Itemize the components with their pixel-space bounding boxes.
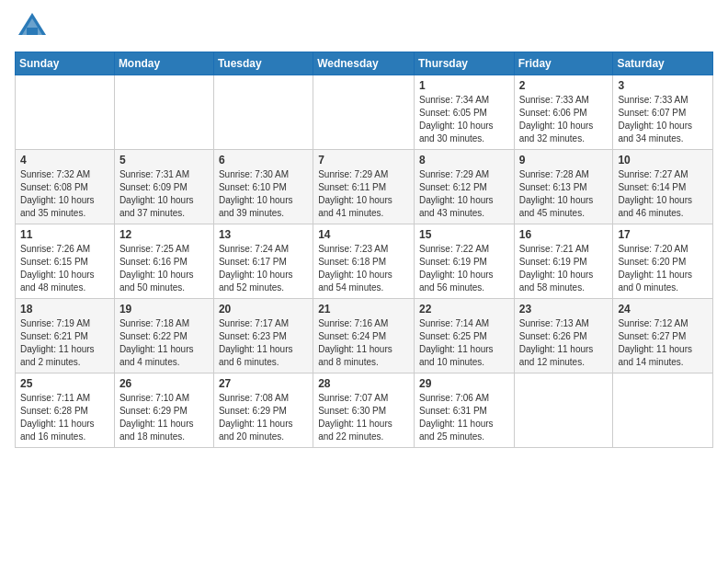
day-number: 23 <box>519 303 609 316</box>
day-info: Sunrise: 7:34 AM Sunset: 6:05 PM Dayligh… <box>419 94 509 145</box>
day-cell: 26Sunrise: 7:10 AM Sunset: 6:29 PM Dayli… <box>114 373 213 448</box>
day-cell: 23Sunrise: 7:13 AM Sunset: 6:26 PM Dayli… <box>514 299 613 373</box>
day-cell: 18Sunrise: 7:19 AM Sunset: 6:21 PM Dayli… <box>16 299 115 373</box>
day-info: Sunrise: 7:16 AM Sunset: 6:24 PM Dayligh… <box>318 317 409 369</box>
day-number: 3 <box>618 79 708 92</box>
day-info: Sunrise: 7:22 AM Sunset: 6:19 PM Dayligh… <box>419 243 509 294</box>
day-info: Sunrise: 7:29 AM Sunset: 6:12 PM Dayligh… <box>419 168 509 220</box>
day-cell: 22Sunrise: 7:14 AM Sunset: 6:25 PM Dayli… <box>414 299 514 373</box>
day-number: 27 <box>219 377 308 390</box>
day-cell: 20Sunrise: 7:17 AM Sunset: 6:23 PM Dayli… <box>213 299 313 373</box>
day-cell: 21Sunrise: 7:16 AM Sunset: 6:24 PM Dayli… <box>313 299 415 373</box>
day-info: Sunrise: 7:33 AM Sunset: 6:07 PM Dayligh… <box>618 94 708 145</box>
day-info: Sunrise: 7:12 AM Sunset: 6:27 PM Dayligh… <box>618 317 708 369</box>
day-info: Sunrise: 7:30 AM Sunset: 6:10 PM Dayligh… <box>219 168 308 220</box>
day-header-sunday: Sunday <box>16 52 115 75</box>
day-number: 8 <box>419 154 509 167</box>
day-info: Sunrise: 7:11 AM Sunset: 6:28 PM Dayligh… <box>20 392 109 443</box>
day-cell <box>16 75 115 150</box>
day-cell: 8Sunrise: 7:29 AM Sunset: 6:12 PM Daylig… <box>414 150 514 224</box>
day-cell: 13Sunrise: 7:24 AM Sunset: 6:17 PM Dayli… <box>213 224 313 299</box>
day-number: 29 <box>419 377 509 390</box>
day-cell: 2Sunrise: 7:33 AM Sunset: 6:06 PM Daylig… <box>514 75 613 150</box>
day-cell: 7Sunrise: 7:29 AM Sunset: 6:11 PM Daylig… <box>313 150 415 224</box>
day-number: 4 <box>20 154 109 167</box>
day-cell: 16Sunrise: 7:21 AM Sunset: 6:19 PM Dayli… <box>514 224 613 299</box>
day-cell <box>114 75 213 150</box>
day-info: Sunrise: 7:23 AM Sunset: 6:18 PM Dayligh… <box>318 243 409 294</box>
day-info: Sunrise: 7:26 AM Sunset: 6:15 PM Dayligh… <box>20 243 109 294</box>
day-cell: 25Sunrise: 7:11 AM Sunset: 6:28 PM Dayli… <box>16 373 115 448</box>
day-number: 17 <box>618 228 708 241</box>
day-info: Sunrise: 7:20 AM Sunset: 6:20 PM Dayligh… <box>618 243 708 294</box>
calendar-header-row: SundayMondayTuesdayWednesdayThursdayFrid… <box>16 52 713 75</box>
day-number: 14 <box>318 228 409 241</box>
day-cell: 17Sunrise: 7:20 AM Sunset: 6:20 PM Dayli… <box>613 224 713 299</box>
week-row-5: 25Sunrise: 7:11 AM Sunset: 6:28 PM Dayli… <box>16 373 713 448</box>
day-number: 11 <box>20 228 109 241</box>
day-info: Sunrise: 7:08 AM Sunset: 6:29 PM Dayligh… <box>219 392 308 443</box>
day-number: 13 <box>219 228 308 241</box>
day-info: Sunrise: 7:24 AM Sunset: 6:17 PM Dayligh… <box>219 243 308 294</box>
day-info: Sunrise: 7:14 AM Sunset: 6:25 PM Dayligh… <box>419 317 509 369</box>
day-number: 26 <box>119 377 209 390</box>
svg-rect-2 <box>27 28 38 35</box>
day-cell: 4Sunrise: 7:32 AM Sunset: 6:08 PM Daylig… <box>16 150 115 224</box>
day-number: 24 <box>618 303 708 316</box>
day-header-wednesday: Wednesday <box>313 52 415 75</box>
day-cell <box>613 373 713 448</box>
day-info: Sunrise: 7:17 AM Sunset: 6:23 PM Dayligh… <box>219 317 308 369</box>
day-header-saturday: Saturday <box>613 52 713 75</box>
day-cell: 14Sunrise: 7:23 AM Sunset: 6:18 PM Dayli… <box>313 224 415 299</box>
day-info: Sunrise: 7:25 AM Sunset: 6:16 PM Dayligh… <box>119 243 209 294</box>
week-row-1: 1Sunrise: 7:34 AM Sunset: 6:05 PM Daylig… <box>16 75 713 150</box>
day-cell: 28Sunrise: 7:07 AM Sunset: 6:30 PM Dayli… <box>313 373 415 448</box>
day-number: 12 <box>119 228 209 241</box>
day-number: 6 <box>219 154 308 167</box>
day-info: Sunrise: 7:21 AM Sunset: 6:19 PM Dayligh… <box>519 243 609 294</box>
page: SundayMondayTuesdayWednesdayThursdayFrid… <box>0 0 728 563</box>
day-header-monday: Monday <box>114 52 213 75</box>
day-number: 5 <box>119 154 209 167</box>
day-cell: 19Sunrise: 7:18 AM Sunset: 6:22 PM Dayli… <box>114 299 213 373</box>
day-info: Sunrise: 7:07 AM Sunset: 6:30 PM Dayligh… <box>318 392 409 443</box>
day-info: Sunrise: 7:29 AM Sunset: 6:11 PM Dayligh… <box>318 168 409 220</box>
day-cell: 24Sunrise: 7:12 AM Sunset: 6:27 PM Dayli… <box>613 299 713 373</box>
day-number: 25 <box>20 377 109 390</box>
day-cell <box>313 75 415 150</box>
calendar-table: SundayMondayTuesdayWednesdayThursdayFrid… <box>15 52 713 448</box>
day-info: Sunrise: 7:28 AM Sunset: 6:13 PM Dayligh… <box>519 168 609 220</box>
day-number: 7 <box>318 154 409 167</box>
day-cell: 29Sunrise: 7:06 AM Sunset: 6:31 PM Dayli… <box>414 373 514 448</box>
day-number: 16 <box>519 228 609 241</box>
day-cell <box>213 75 313 150</box>
day-number: 21 <box>318 303 409 316</box>
day-number: 22 <box>419 303 509 316</box>
day-info: Sunrise: 7:19 AM Sunset: 6:21 PM Dayligh… <box>20 317 109 369</box>
day-number: 2 <box>519 79 609 92</box>
day-number: 19 <box>119 303 209 316</box>
day-number: 28 <box>318 377 409 390</box>
logo-icon <box>15 9 50 44</box>
day-cell: 10Sunrise: 7:27 AM Sunset: 6:14 PM Dayli… <box>613 150 713 224</box>
day-number: 1 <box>419 79 509 92</box>
day-info: Sunrise: 7:06 AM Sunset: 6:31 PM Dayligh… <box>419 392 509 443</box>
day-number: 20 <box>219 303 308 316</box>
day-cell <box>514 373 613 448</box>
logo <box>15 9 53 44</box>
day-cell: 1Sunrise: 7:34 AM Sunset: 6:05 PM Daylig… <box>414 75 514 150</box>
day-cell: 3Sunrise: 7:33 AM Sunset: 6:07 PM Daylig… <box>613 75 713 150</box>
day-cell: 5Sunrise: 7:31 AM Sunset: 6:09 PM Daylig… <box>114 150 213 224</box>
day-cell: 11Sunrise: 7:26 AM Sunset: 6:15 PM Dayli… <box>16 224 115 299</box>
day-number: 9 <box>519 154 609 167</box>
day-info: Sunrise: 7:18 AM Sunset: 6:22 PM Dayligh… <box>119 317 209 369</box>
day-number: 18 <box>20 303 109 316</box>
day-number: 10 <box>618 154 708 167</box>
day-info: Sunrise: 7:33 AM Sunset: 6:06 PM Dayligh… <box>519 94 609 145</box>
day-cell: 27Sunrise: 7:08 AM Sunset: 6:29 PM Dayli… <box>213 373 313 448</box>
week-row-2: 4Sunrise: 7:32 AM Sunset: 6:08 PM Daylig… <box>16 150 713 224</box>
day-header-thursday: Thursday <box>414 52 514 75</box>
week-row-4: 18Sunrise: 7:19 AM Sunset: 6:21 PM Dayli… <box>16 299 713 373</box>
day-cell: 9Sunrise: 7:28 AM Sunset: 6:13 PM Daylig… <box>514 150 613 224</box>
header <box>15 9 713 44</box>
